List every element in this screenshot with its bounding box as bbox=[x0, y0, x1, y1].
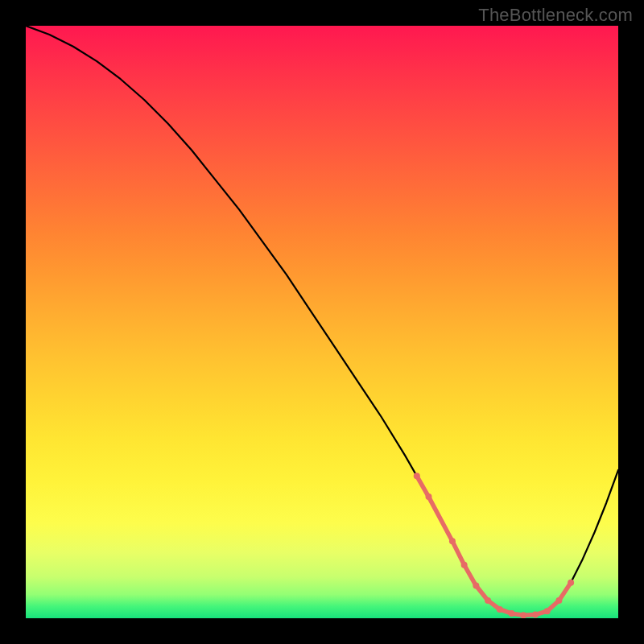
watermark-label: TheBottleneck.com bbox=[478, 5, 633, 26]
highlight-group bbox=[414, 473, 574, 618]
highlight-seg bbox=[417, 476, 429, 497]
curve-path bbox=[26, 26, 618, 615]
curve-svg bbox=[26, 26, 618, 618]
chart-frame: TheBottleneck.com bbox=[0, 0, 644, 644]
highlight-dot bbox=[568, 580, 574, 586]
highlight-seg bbox=[464, 565, 477, 586]
highlight-seg bbox=[428, 497, 452, 541]
highlight-seg bbox=[452, 541, 464, 564]
plot-area bbox=[26, 26, 618, 618]
